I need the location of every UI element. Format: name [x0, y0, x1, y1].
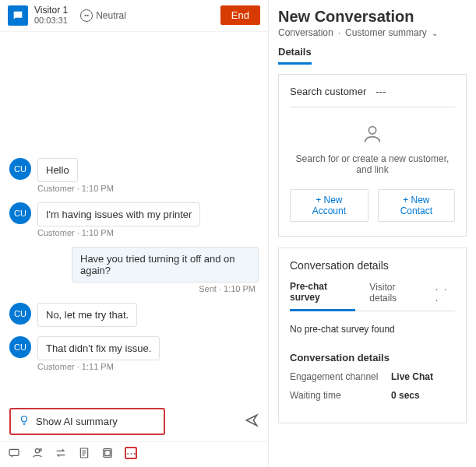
customer-avatar: CU	[9, 202, 31, 224]
conversation-details-card: Conversation details Pre-chat survey Vis…	[278, 248, 467, 423]
ai-summary-label: Show AI summary	[36, 416, 118, 427]
customer-avatar: CU	[9, 158, 31, 180]
section-title: Conversation details	[290, 259, 455, 272]
knowledge-icon[interactable]	[101, 447, 114, 459]
message-row: CU No, let me try that.	[9, 303, 259, 327]
more-actions-button[interactable]: ⋯	[125, 447, 137, 459]
show-ai-summary-button[interactable]: Show AI summary	[9, 408, 165, 435]
svg-point-3	[40, 449, 42, 451]
new-contact-button[interactable]: + New Contact	[378, 189, 455, 222]
message-bubble: Have you tried turning it off and on aga…	[72, 247, 259, 283]
kv-value: Live Chat	[391, 371, 433, 382]
details-pane: New Conversation Conversation · Customer…	[269, 0, 476, 467]
search-customer-value: ---	[376, 86, 386, 97]
new-account-button[interactable]: + New Account	[290, 189, 368, 222]
ai-summary-row: Show AI summary	[0, 402, 268, 441]
kv-row: Engagement channel Live Chat	[290, 371, 455, 382]
message-bubble: No, let me try that.	[37, 303, 137, 327]
message-meta: Customer · 1:10 PM	[37, 228, 259, 237]
search-prompt: Search for or create a new customer, and…	[290, 153, 455, 175]
customer-avatar: CU	[9, 303, 31, 325]
message-bubble: I'm having issues with my printer	[37, 202, 200, 226]
breadcrumb: Conversation · Customer summary ⌄	[278, 27, 467, 38]
subtab-visitor-details[interactable]: Visitor details	[369, 282, 421, 310]
message-row: CU That didn't fix my issue.	[9, 336, 259, 360]
session-timer: 00:03:31	[34, 16, 68, 26]
page-title: New Conversation	[278, 8, 467, 26]
message-bubble: Hello	[37, 158, 78, 182]
kv-key: Engagement channel	[290, 371, 391, 382]
neutral-face-icon: ••	[80, 9, 93, 22]
kv-key: Waiting time	[290, 390, 391, 401]
breadcrumb-item[interactable]: Customer summary	[345, 27, 427, 38]
message-row: CU I'm having issues with my printer	[9, 202, 259, 226]
visitor-name: Visitor 1	[34, 5, 68, 16]
customer-avatar: CU	[9, 336, 31, 358]
chat-transcript: CU Hello Customer · 1:10 PM CU I'm havin…	[0, 32, 268, 402]
empty-state: No pre-chat survey found	[290, 324, 455, 335]
notes-icon[interactable]	[78, 447, 90, 459]
message-meta: Sent · 1:10 PM	[9, 284, 256, 293]
end-button[interactable]: End	[220, 5, 260, 25]
chat-app-icon	[8, 5, 28, 26]
message-bubble: That didn't fix my issue.	[37, 336, 160, 360]
customer-search-card: Search customer --- Search for or create…	[278, 74, 467, 237]
svg-point-7	[368, 127, 376, 134]
subtab-more[interactable]: . . .	[435, 282, 455, 310]
search-customer-row[interactable]: Search customer ---	[290, 86, 455, 107]
tab-details[interactable]: Details	[278, 46, 312, 65]
person-icon	[290, 123, 455, 147]
chat-header: Visitor 1 00:03:31 •• Neutral End	[0, 0, 268, 32]
search-customer-label: Search customer	[290, 86, 366, 97]
sentiment-label: Neutral	[96, 10, 126, 21]
transfer-icon[interactable]	[55, 447, 67, 459]
sentiment-indicator: •• Neutral	[80, 9, 126, 22]
message-meta: Customer · 1:10 PM	[37, 184, 259, 193]
svg-rect-1	[9, 449, 19, 455]
detail-subtitle: Conversation details	[290, 352, 455, 363]
breadcrumb-item: Conversation	[278, 27, 333, 38]
svg-point-2	[35, 449, 39, 453]
svg-point-0	[22, 416, 27, 422]
chevron-down-icon[interactable]: ⌄	[432, 29, 438, 37]
svg-rect-6	[105, 451, 111, 456]
message-row: CU Hello	[9, 158, 259, 182]
consult-icon[interactable]	[31, 447, 44, 459]
kv-row: Waiting time 0 secs	[290, 390, 455, 401]
message-meta: Customer · 1:11 PM	[37, 362, 259, 371]
ellipsis-icon: ⋯	[126, 448, 136, 459]
message-row: Have you tried turning it off and on aga…	[9, 247, 259, 283]
lightbulb-icon	[19, 415, 30, 428]
kv-value: 0 secs	[391, 390, 420, 401]
send-icon[interactable]	[245, 413, 259, 430]
subtabs: Pre-chat survey Visitor details . . .	[290, 281, 455, 311]
quick-reply-icon[interactable]	[8, 447, 20, 459]
chat-toolbar: ⋯	[0, 441, 268, 467]
visitor-info: Visitor 1 00:03:31	[34, 5, 68, 26]
chat-pane: Visitor 1 00:03:31 •• Neutral End CU Hel…	[0, 0, 269, 467]
subtab-prechat[interactable]: Pre-chat survey	[290, 281, 355, 311]
